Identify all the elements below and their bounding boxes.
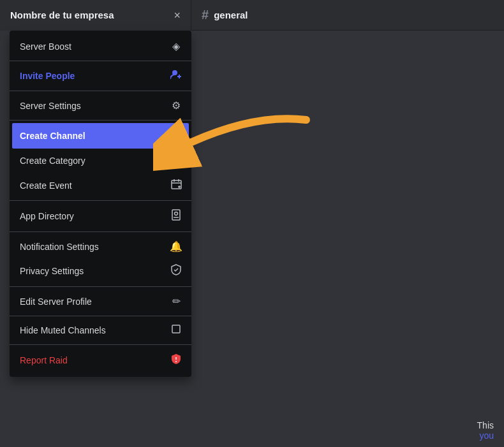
menu-item-label: Create Category: [20, 156, 85, 166]
menu-item-label: App Directory: [20, 211, 74, 221]
channel-name: general: [214, 10, 248, 20]
right-panel: This you: [211, 31, 504, 447]
divider: [10, 286, 191, 287]
server-settings-icon: ⚙: [170, 99, 182, 112]
menu-item-label: Hide Muted Channels: [20, 325, 106, 335]
menu-item-label: Create Event: [20, 180, 72, 191]
close-icon[interactable]: ×: [174, 10, 181, 21]
hash-icon: #: [202, 8, 209, 22]
hide-muted-channels-icon: [170, 325, 182, 336]
menu-item-label: Server Boost: [20, 41, 71, 52]
divider: [10, 344, 191, 345]
divider: [10, 231, 191, 232]
bottom-hint-line1: This: [477, 420, 494, 430]
server-name-area[interactable]: Nombre de tu empresa ×: [0, 0, 191, 31]
server-boost-icon: ◈: [170, 40, 182, 52]
menu-item-privacy-settings[interactable]: Privacy Settings: [12, 258, 189, 284]
menu-item-app-directory[interactable]: App Directory: [12, 203, 189, 229]
create-category-icon: [170, 154, 182, 167]
menu-item-label: Create Channel: [20, 131, 85, 141]
invite-people-icon: [170, 70, 182, 82]
create-event-icon: [170, 179, 182, 192]
menu-item-create-channel[interactable]: Create Channel: [12, 123, 189, 149]
menu-item-edit-server-profile[interactable]: Edit Server Profile ✏: [12, 289, 189, 313]
notification-settings-icon: 🔔: [170, 240, 182, 253]
edit-server-profile-icon: ✏: [170, 295, 182, 307]
bottom-hint-line2[interactable]: you: [477, 430, 494, 441]
privacy-settings-icon: [170, 264, 182, 278]
svg-rect-18: [172, 325, 180, 333]
context-menu: Server Boost ◈ Invite People Server Sett…: [10, 31, 191, 377]
report-raid-icon: [170, 353, 182, 367]
top-bar: Nombre de tu empresa × # general: [0, 0, 504, 31]
menu-item-server-boost[interactable]: Server Boost ◈: [12, 34, 189, 58]
channel-header: # general: [191, 8, 258, 22]
divider: [10, 200, 191, 201]
menu-item-label: Notification Settings: [20, 242, 99, 252]
server-name: Nombre de tu empresa: [10, 10, 114, 20]
menu-item-label: Edit Server Profile: [20, 297, 92, 307]
app-directory-icon: [170, 209, 182, 223]
menu-item-label: Server Settings: [20, 101, 81, 111]
menu-item-notification-settings[interactable]: Notification Settings 🔔: [12, 235, 189, 258]
create-channel-icon: [170, 129, 182, 143]
menu-item-label: Invite People: [20, 71, 75, 81]
svg-point-16: [175, 212, 178, 216]
menu-item-create-category[interactable]: Create Category: [12, 149, 189, 173]
divider: [10, 120, 191, 121]
menu-item-label: Report Raid: [20, 355, 68, 365]
divider: [10, 91, 191, 91]
menu-item-create-event[interactable]: Create Event: [12, 173, 189, 198]
bottom-hint: This you: [477, 420, 494, 441]
menu-item-report-raid[interactable]: Report Raid: [12, 348, 189, 373]
menu-item-hide-muted-channels[interactable]: Hide Muted Channels: [12, 319, 189, 342]
menu-item-invite-people[interactable]: Invite People: [12, 64, 189, 88]
menu-item-server-settings[interactable]: Server Settings ⚙: [12, 94, 189, 117]
main-content: Server Boost ◈ Invite People Server Sett…: [0, 31, 504, 447]
divider: [10, 61, 191, 61]
svg-point-20: [175, 361, 177, 362]
divider: [10, 316, 191, 316]
menu-item-label: Privacy Settings: [20, 266, 84, 276]
